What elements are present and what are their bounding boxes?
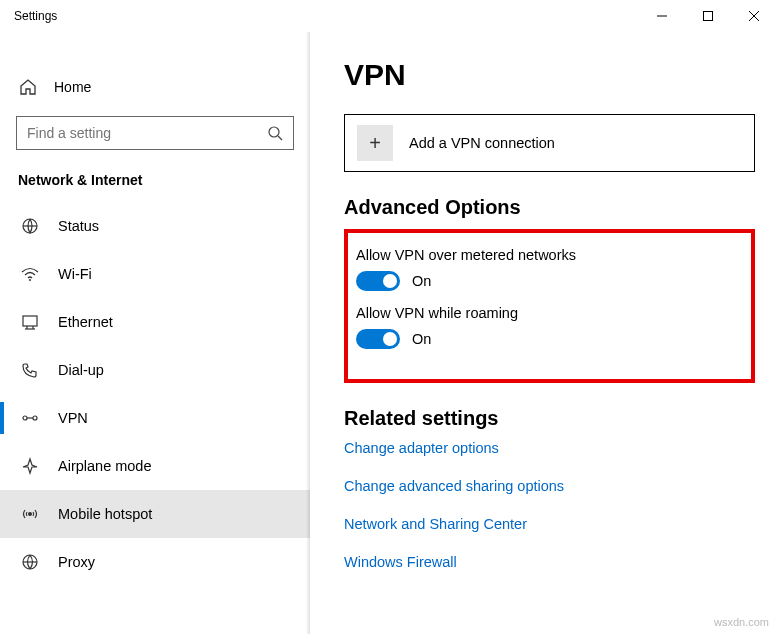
airplane-icon	[20, 456, 40, 476]
home-nav[interactable]: Home	[0, 66, 310, 108]
sidebar-item-label: Ethernet	[58, 314, 113, 330]
option-roaming-label: Allow VPN while roaming	[356, 305, 743, 321]
plus-icon: +	[357, 125, 393, 161]
option-roaming: Allow VPN while roaming On	[356, 305, 743, 349]
home-icon	[18, 77, 38, 97]
sidebar-item-airplane[interactable]: Airplane mode	[0, 442, 310, 490]
titlebar: Settings	[0, 0, 777, 32]
svg-point-14	[33, 416, 37, 420]
toggle-roaming-state: On	[412, 331, 431, 347]
option-metered: Allow VPN over metered networks On	[356, 247, 743, 291]
search-input[interactable]	[16, 116, 294, 150]
link-adapter-options[interactable]: Change adapter options	[344, 440, 755, 456]
sidebar-item-label: Wi-Fi	[58, 266, 92, 282]
link-windows-firewall[interactable]: Windows Firewall	[344, 554, 755, 570]
main-content: VPN + Add a VPN connection Advanced Opti…	[310, 32, 777, 634]
maximize-button[interactable]	[685, 0, 731, 32]
add-vpn-label: Add a VPN connection	[409, 135, 555, 151]
sidebar: Home Network & Internet Status Wi-Fi	[0, 32, 310, 634]
sidebar-item-label: Proxy	[58, 554, 95, 570]
sidebar-item-wifi[interactable]: Wi-Fi	[0, 250, 310, 298]
search-icon	[267, 125, 283, 141]
svg-point-4	[269, 127, 279, 137]
advanced-options-header: Advanced Options	[344, 196, 755, 219]
related-settings-header: Related settings	[344, 407, 755, 430]
toggle-roaming[interactable]	[356, 329, 400, 349]
watermark: wsxdn.com	[714, 616, 769, 628]
sidebar-item-status[interactable]: Status	[0, 202, 310, 250]
sidebar-item-label: VPN	[58, 410, 88, 426]
search-field[interactable]	[27, 125, 267, 141]
sidebar-item-proxy[interactable]: Proxy	[0, 538, 310, 586]
page-title: VPN	[344, 58, 755, 92]
sidebar-item-ethernet[interactable]: Ethernet	[0, 298, 310, 346]
hotspot-icon	[20, 504, 40, 524]
sidebar-item-dialup[interactable]: Dial-up	[0, 346, 310, 394]
window-controls	[639, 0, 777, 32]
toggle-metered[interactable]	[356, 271, 400, 291]
add-vpn-button[interactable]: + Add a VPN connection	[344, 114, 755, 172]
nav-group-header: Network & Internet	[18, 172, 310, 188]
home-label: Home	[54, 79, 91, 95]
highlighted-region: Allow VPN over metered networks On Allow…	[344, 229, 755, 383]
svg-point-8	[29, 279, 31, 281]
option-metered-label: Allow VPN over metered networks	[356, 247, 743, 263]
svg-point-13	[23, 416, 27, 420]
status-icon	[20, 216, 40, 236]
window-title: Settings	[14, 9, 639, 23]
vpn-icon	[20, 408, 40, 428]
dialup-icon	[20, 360, 40, 380]
sidebar-item-vpn[interactable]: VPN	[0, 394, 310, 442]
sidebar-item-label: Dial-up	[58, 362, 104, 378]
sidebar-item-label: Airplane mode	[58, 458, 152, 474]
svg-line-5	[278, 136, 282, 140]
minimize-button[interactable]	[639, 0, 685, 32]
svg-point-16	[28, 512, 32, 516]
svg-rect-9	[23, 316, 37, 326]
ethernet-icon	[20, 312, 40, 332]
link-sharing-options[interactable]: Change advanced sharing options	[344, 478, 755, 494]
close-button[interactable]	[731, 0, 777, 32]
link-network-center[interactable]: Network and Sharing Center	[344, 516, 755, 532]
wifi-icon	[20, 264, 40, 284]
svg-rect-1	[704, 12, 713, 21]
sidebar-item-hotspot[interactable]: Mobile hotspot	[0, 490, 310, 538]
sidebar-item-label: Status	[58, 218, 99, 234]
proxy-icon	[20, 552, 40, 572]
sidebar-item-label: Mobile hotspot	[58, 506, 152, 522]
toggle-metered-state: On	[412, 273, 431, 289]
